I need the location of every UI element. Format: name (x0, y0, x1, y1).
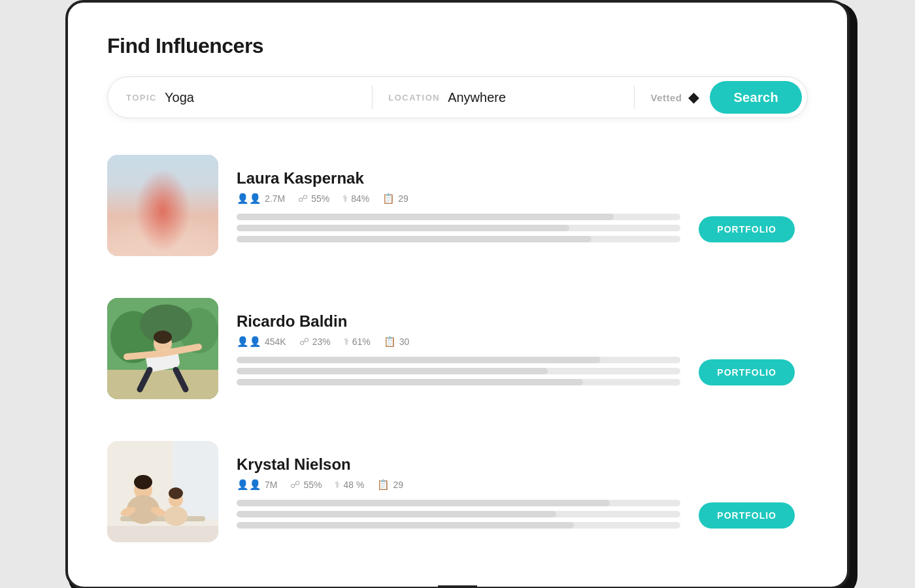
page-title: Find Influencers (107, 34, 808, 58)
followers-value-1: 2.7M (265, 193, 285, 204)
svg-point-3 (180, 186, 204, 228)
results-list: Laura Kaspernak 👤👤 2.7M ☍ 55% (107, 142, 808, 555)
influencer-name-2: Ricardo Baldin (237, 312, 680, 331)
bar-track-2a (237, 357, 680, 363)
female-value-3: 48 % (343, 480, 364, 490)
bar-track-2b (237, 368, 680, 374)
stat-age-1: 📋 29 (382, 193, 408, 204)
influencer-card-1: Laura Kaspernak 👤👤 2.7M ☍ 55% (107, 142, 808, 269)
bar-fill-1a (237, 214, 614, 220)
bar-track-2c (237, 379, 680, 385)
followers-value-2: 454K (265, 336, 286, 347)
age-value-3: 29 (393, 480, 403, 490)
engagement-value-1: 55% (311, 193, 329, 204)
influencer-photo-2 (107, 298, 218, 399)
card-inner-2: Ricardo Baldin 👤👤 454K ☍ 23% ⚕ (237, 307, 795, 391)
engagement-icon-1: ☍ (298, 193, 308, 204)
topic-value: Yoga (165, 90, 194, 105)
result-bars-1 (237, 214, 680, 242)
svg-point-8 (150, 169, 175, 187)
location-field[interactable]: LOCATION Anywhere (388, 90, 618, 105)
topic-field[interactable]: TOPIC Yoga (126, 90, 356, 105)
age-icon-1: 📋 (382, 193, 395, 204)
stat-age-3: 📋 29 (377, 479, 403, 491)
location-value: Anywhere (448, 90, 506, 105)
svg-rect-11 (107, 240, 218, 256)
age-icon-2: 📋 (384, 336, 396, 348)
bar-fill-2c (237, 379, 583, 385)
portfolio-button-3[interactable]: PORTFOLIO (699, 502, 795, 529)
svg-rect-16 (107, 370, 218, 399)
influencer-name-3: Krystal Nielson (237, 455, 680, 474)
followers-icon-2: 👤👤 (237, 336, 261, 348)
result-bars-2 (237, 357, 680, 385)
influencer-card-3: Krystal Nielson 👤👤 7M ☍ 55% ⚕ (107, 428, 808, 555)
topic-label: TOPIC (126, 93, 157, 103)
bar-fill-3c (237, 522, 574, 529)
bar-track-3a (237, 500, 680, 506)
stat-female-2: ⚕ 61% (344, 336, 371, 348)
stat-followers-2: 👤👤 454K (237, 336, 286, 348)
influencer-name-1: Laura Kaspernak (237, 169, 680, 188)
result-stats-1: 👤👤 2.7M ☍ 55% ⚕ 84% (237, 193, 680, 204)
location-label: LOCATION (388, 93, 440, 103)
bar-fill-3b (237, 511, 556, 517)
search-bar: TOPIC Yoga LOCATION Anywhere Vetted ◆ Se… (107, 76, 808, 118)
bar-track-3c (237, 522, 680, 529)
svg-point-7 (151, 176, 175, 199)
engagement-value-2: 23% (312, 336, 331, 347)
result-content-1: Laura Kaspernak 👤👤 2.7M ☍ 55% (237, 164, 680, 248)
vetted-section[interactable]: Vetted ◆ (650, 89, 699, 106)
result-stats-2: 👤👤 454K ☍ 23% ⚕ 61% (237, 336, 680, 348)
age-icon-3: 📋 (377, 479, 390, 491)
svg-rect-35 (107, 526, 218, 542)
influencer-card-2: Ricardo Baldin 👤👤 454K ☍ 23% ⚕ (107, 285, 808, 412)
card-right-3: PORTFOLIO (699, 450, 795, 534)
bar-fill-1c (237, 236, 591, 242)
age-value-2: 30 (399, 336, 410, 347)
result-bars-3 (237, 500, 680, 529)
stat-engagement-3: ☍ 55% (290, 479, 322, 491)
diamond-icon: ◆ (688, 89, 699, 106)
svg-point-18 (154, 331, 172, 344)
bar-track-1b (237, 225, 680, 231)
stat-female-3: ⚕ 48 % (335, 479, 364, 491)
female-value-1: 84% (351, 193, 369, 204)
influencer-photo-3 (107, 441, 218, 542)
followers-value-3: 7M (265, 480, 277, 490)
engagement-icon-2: ☍ (299, 336, 309, 348)
bar-fill-1b (237, 225, 569, 231)
stat-followers-3: 👤👤 7M (237, 479, 277, 491)
stat-age-2: 📋 30 (384, 336, 410, 348)
device-frame: Find Influencers TOPIC Yoga LOCATION Any… (65, 0, 850, 588)
search-divider-2 (634, 86, 635, 109)
search-button[interactable]: Search (710, 81, 802, 114)
result-stats-3: 👤👤 7M ☍ 55% ⚕ 48 % (237, 479, 680, 491)
svg-point-6 (142, 233, 184, 256)
influencer-photo-1 (107, 155, 218, 256)
svg-point-10 (173, 203, 191, 237)
stat-engagement-2: ☍ 23% (299, 336, 331, 348)
stat-followers-1: 👤👤 2.7M (237, 193, 285, 204)
age-value-1: 29 (398, 193, 408, 204)
bar-track-3b (237, 511, 680, 517)
svg-point-29 (169, 487, 183, 499)
bar-fill-2b (237, 368, 548, 374)
female-icon-3: ⚕ (335, 479, 340, 491)
portfolio-button-1[interactable]: PORTFOLIO (699, 216, 795, 242)
card-right-2: PORTFOLIO (699, 307, 795, 391)
svg-point-5 (144, 188, 181, 246)
svg-point-4 (185, 179, 199, 193)
card-right-1: PORTFOLIO (699, 164, 795, 248)
card-inner-1: Laura Kaspernak 👤👤 2.7M ☍ 55% (237, 164, 795, 248)
female-icon-1: ⚕ (342, 193, 348, 204)
female-icon-2: ⚕ (344, 336, 349, 348)
svg-line-20 (127, 353, 163, 357)
engagement-icon-3: ☍ (290, 479, 300, 491)
result-content-2: Ricardo Baldin 👤👤 454K ☍ 23% ⚕ (237, 307, 680, 391)
bar-track-1a (237, 214, 680, 220)
portfolio-button-2[interactable]: PORTFOLIO (699, 359, 795, 385)
svg-point-1 (127, 184, 153, 230)
followers-icon-1: 👤👤 (237, 193, 261, 204)
stat-female-1: ⚕ 84% (342, 193, 369, 204)
